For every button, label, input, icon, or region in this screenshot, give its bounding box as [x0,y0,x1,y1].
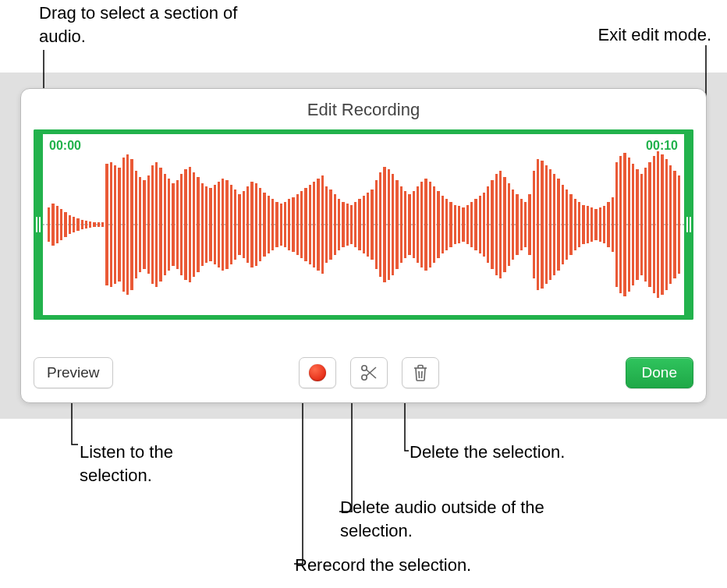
callout-rerecord: Rerecord the selection. [295,554,544,577]
panel-title: Edit Recording [21,89,706,129]
preview-button[interactable]: Preview [34,357,113,388]
trash-icon [411,363,430,383]
selection-handle-right[interactable] [684,129,693,320]
callout-delete: Delete the selection. [410,441,644,464]
callout-crop: Delete audio outside of the selection. [340,496,574,542]
done-button[interactable]: Done [626,357,693,388]
record-icon [309,364,326,381]
selection-border-bottom [34,315,693,320]
scissors-icon [359,363,379,383]
svg-line-4 [419,371,420,378]
delete-button[interactable] [402,357,439,388]
edit-recording-panel: Edit Recording 00:00 00:10 Preview [20,88,707,403]
toolbar: Preview [34,356,693,390]
svg-point-1 [362,375,367,380]
svg-line-5 [422,371,423,378]
waveform-selection-area[interactable]: 00:00 00:10 [34,129,693,320]
callout-drag: Drag to select a section of audio. [39,2,242,48]
callout-exit: Exit edit mode. [540,23,711,47]
waveform-bars [48,148,679,301]
waveform-display[interactable]: 00:00 00:10 [43,134,684,315]
crop-button[interactable] [350,357,388,388]
svg-point-0 [362,366,367,370]
callout-listen: Listen to the selection. [80,441,236,487]
selection-handle-left[interactable] [34,129,43,320]
record-button[interactable] [299,357,336,388]
